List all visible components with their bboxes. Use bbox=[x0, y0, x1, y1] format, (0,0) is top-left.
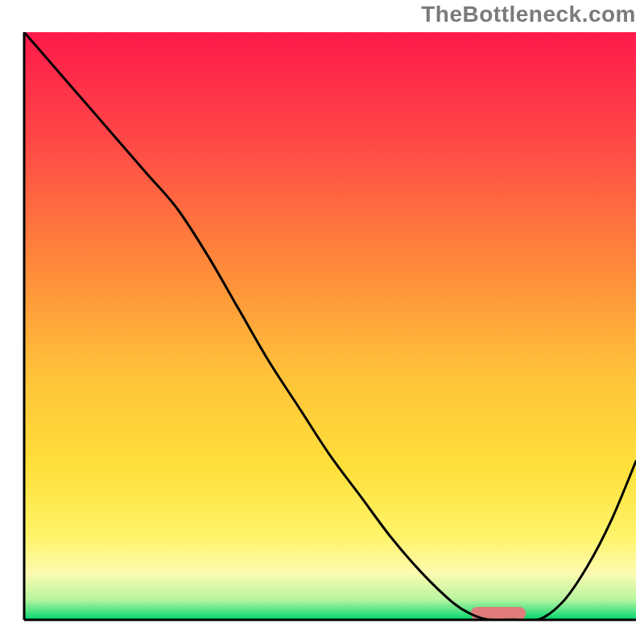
plot-background bbox=[24, 32, 636, 620]
watermark-text: TheBottleneck.com bbox=[421, 2, 636, 27]
chart-svg bbox=[0, 0, 644, 644]
chart-canvas: TheBottleneck.com bbox=[0, 0, 644, 644]
